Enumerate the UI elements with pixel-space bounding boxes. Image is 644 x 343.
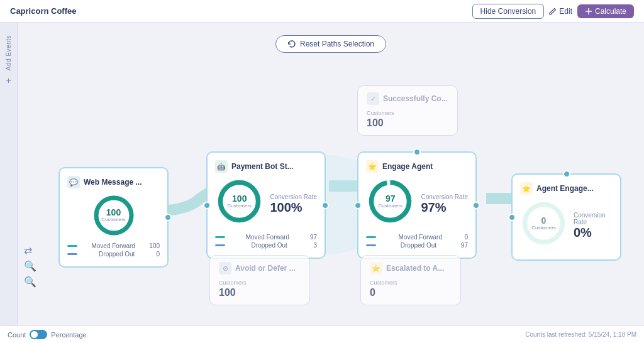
engage-agent-connector-top [413, 148, 421, 156]
web-message-title: Web Message ... [84, 178, 142, 187]
engage-agent-connector-left [354, 202, 362, 209]
add-events-plus-icon[interactable]: + [6, 75, 11, 85]
payment-bot-icon: 🤖 [215, 160, 228, 173]
successfully-title: Successfully Co... [383, 94, 448, 103]
zoom-out-icon[interactable]: 🔍 [24, 260, 36, 272]
escalated-node: ⭐ Escalated to A... Customers 0 [360, 255, 461, 305]
payment-bot-stats: Moved Forward 97 Dropped Out 3 [215, 234, 317, 249]
payment-bot-header: 🤖 Payment Bot St... [215, 160, 317, 173]
canvas-controls: ⇄ 🔍 🔍 [24, 244, 36, 288]
agent-engage-node: ⭐ Agent Engage... 0 Customers Conversion… [511, 173, 621, 261]
payment-bot-connector-right [321, 202, 329, 209]
count-label: Count [8, 331, 26, 339]
agent-engage-header: ⭐ Agent Engage... [520, 182, 613, 195]
successfully-node: ✓ Successfully Co... Customers 100 [357, 85, 458, 136]
app-title: Capricorn Coffee [10, 6, 76, 16]
escalated-title: Escalated to A... [386, 264, 444, 273]
successfully-header: ✓ Successfully Co... [367, 92, 448, 105]
dropped-out-dot [67, 253, 77, 255]
agent-engage-gauge: 0 Customers [520, 200, 567, 247]
engage-agent-title: Engage Agent [382, 162, 433, 171]
engage-agent-icon: ⭐ [366, 160, 379, 173]
engage-agent-gauge: 97 Customers [367, 178, 414, 225]
ea-dropped-dot [366, 244, 376, 246]
payment-bot-gauge: 100 Customers [216, 178, 263, 225]
web-message-node: 💬 Web Message ... 100 Customers Moved Fo… [58, 167, 169, 268]
toggle-knob [31, 331, 38, 338]
agent-engage-connector-top [563, 170, 570, 178]
calculate-icon [585, 8, 592, 15]
count-percentage-toggle[interactable] [30, 330, 47, 339]
engage-agent-connector-right [472, 202, 480, 209]
calculate-button[interactable]: Calculate [577, 4, 634, 18]
web-message-gauge: 100 Customers [92, 193, 136, 237]
agent-engage-title: Agent Engage... [536, 184, 594, 193]
moved-forward-dot [67, 245, 77, 247]
engage-agent-header: ⭐ Engage Agent [366, 160, 468, 173]
reset-paths-button[interactable]: Reset Paths Selection [275, 35, 386, 53]
edit-button[interactable]: Edit [549, 7, 572, 16]
agent-engage-connector-left [508, 214, 516, 221]
web-message-stats: Moved Forward 100 Dropped Out 0 [67, 242, 160, 258]
left-sidebar: Add Events + [0, 23, 18, 325]
avoid-defer-header: ⊘ Avoid or Defer ... [219, 262, 301, 275]
add-events-label[interactable]: Add Events [5, 35, 12, 70]
percentage-label: Percentage [51, 331, 86, 339]
edit-icon [549, 8, 557, 15]
bottom-bar: Count Percentage Counts last refreshed: … [0, 325, 644, 343]
top-bar: Capricorn Coffee Hide Conversion Edit Ca… [0, 0, 644, 23]
payment-bot-title: Payment Bot St... [231, 162, 294, 171]
ea-moved-dot [366, 236, 376, 238]
web-message-header: 💬 Web Message ... [67, 176, 160, 188]
zoom-in-icon[interactable]: 🔍 [24, 276, 36, 288]
escalated-icon: ⭐ [370, 262, 382, 275]
engage-agent-stats: Moved Forward 0 Dropped Out 97 [366, 234, 468, 249]
reset-icon [287, 40, 296, 48]
avoid-defer-title: Avoid or Defer ... [235, 264, 296, 273]
avoid-defer-node: ⊘ Avoid or Defer ... Customers 100 [209, 255, 310, 305]
web-message-connector-right [164, 214, 172, 221]
last-refreshed: Counts last refreshed: 5/15/24, 1:18 PM [525, 331, 636, 338]
agent-engage-icon: ⭐ [520, 182, 533, 195]
payment-bot-connector-left [203, 202, 211, 209]
web-message-icon: 💬 [67, 176, 80, 188]
pb-dropped-dot [215, 244, 225, 246]
payment-bot-node: 🤖 Payment Bot St... 100 Customers Conver… [206, 151, 326, 259]
bottom-left: Count Percentage [8, 330, 87, 339]
hide-conversion-button[interactable]: Hide Conversion [472, 4, 545, 19]
successfully-icon: ✓ [367, 92, 379, 105]
shuffle-icon[interactable]: ⇄ [24, 244, 36, 256]
engage-agent-node: ⭐ Engage Agent 97 Customers Conversion R… [357, 151, 477, 259]
pb-moved-dot [215, 236, 225, 238]
avoid-defer-icon: ⊘ [219, 262, 231, 275]
top-actions: Hide Conversion Edit Calculate [472, 4, 634, 19]
canvas: Reset Paths Selection 💬 Web Message ... … [18, 23, 644, 325]
escalated-header: ⭐ Escalated to A... [370, 262, 452, 275]
